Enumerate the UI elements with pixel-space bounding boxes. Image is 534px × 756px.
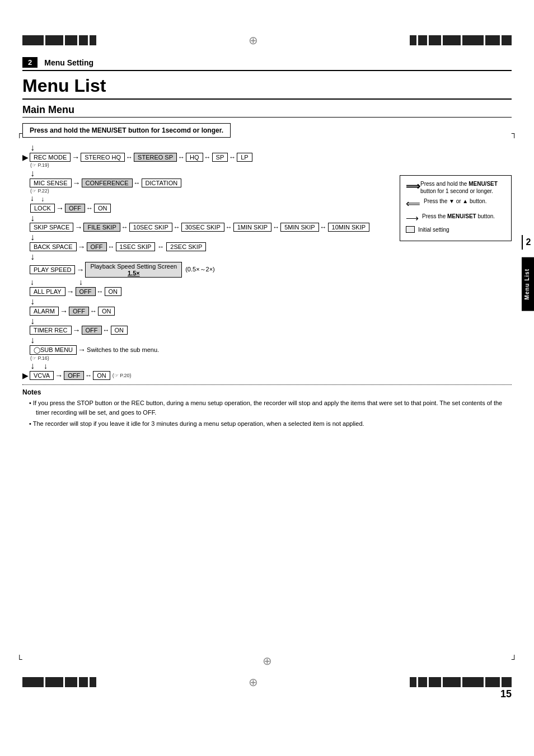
back-space-box: BACK SPACE <box>30 242 77 251</box>
note-text-1: If you press the STOP button or the REC … <box>33 400 502 416</box>
bottom-strip: ⊕ <box>22 675 512 689</box>
row-timer-rec: ▶ TIMER REC → OFF ↔ ON <box>22 326 391 335</box>
10sec-skip-box: 10SEC SKIP <box>129 223 172 232</box>
down1: ↓ <box>30 168 391 179</box>
corner-mark-tl: ┌ <box>17 129 22 138</box>
vcva-on-box: ON <box>93 371 110 380</box>
block3 <box>65 35 77 45</box>
down5b: ↓ <box>79 278 83 287</box>
legend-text-2: Press the ▼ or ▲ button. <box>424 198 487 205</box>
sub-title: Main Menu <box>22 104 512 118</box>
hq-box: HQ <box>186 153 203 162</box>
skip-dbl4: ↔ <box>273 223 279 231</box>
skip-dbl2: ↔ <box>174 223 180 231</box>
back-dbl1: ↔ <box>108 243 115 251</box>
row-mic-sense: ▶ MIC SENSE → CONFERENCE ↔ DICTATION <box>22 179 391 187</box>
1sec-skip-box: 1SEC SKIP <box>116 242 156 251</box>
bottom-crosshair: ⊕ <box>263 654 272 668</box>
legend-arrow-2: ⟸ <box>406 198 420 210</box>
note-item-2: • The recorder will stop if you leave it… <box>29 419 512 429</box>
down8: ↓ <box>30 335 391 345</box>
play-speed-arrow1: → <box>76 265 84 274</box>
stereo-hq-box: STEREO HQ <box>81 153 125 162</box>
sub-menu-ref-row: (☞ P.16) <box>30 355 391 361</box>
note-item-1: • If you press the STOP button or the RE… <box>29 398 512 417</box>
legend-text-1: Press and hold the MENU/SET button for 1… <box>420 180 505 195</box>
block4 <box>79 35 88 45</box>
block7 <box>418 35 427 45</box>
legend-box: ⟹ Press and hold the MENU/SET button for… <box>400 175 512 241</box>
row-skip-space: ▶ SKIP SPACE → FILE SKIP ↔ 10SEC SKIP ↔ … <box>22 223 391 232</box>
mic-sense-box: MIC SENSE <box>30 179 72 187</box>
sub-menu-desc: Switches to the sub menu. <box>87 346 159 353</box>
block5 <box>90 35 96 45</box>
header-strip: ⊕ <box>22 34 512 47</box>
timer-dbl1: ↔ <box>103 326 110 334</box>
legend-arrow-1: ⟹ <box>406 180 417 192</box>
timer-on-box: ON <box>111 326 128 335</box>
corner-mark-br: ┘ <box>512 655 517 664</box>
sub-menu-arrow1: → <box>78 345 86 354</box>
down9: ↓ <box>30 361 35 371</box>
instruction-box: Press and hold the MENU/SET button for 1… <box>22 123 231 138</box>
down6: ↓ <box>30 297 391 307</box>
row-back-space: ▶ BACK SPACE → OFF ↔ 1SEC SKIP ↔ 2SEC SK… <box>22 242 391 251</box>
2sec-skip-box: 2SEC SKIP <box>166 242 206 251</box>
block6 <box>410 35 416 45</box>
rec-mode-dbl4: ↔ <box>229 153 236 161</box>
down7: ↓ <box>30 316 391 326</box>
down2: ↓ <box>30 194 34 203</box>
section-number: 2 <box>22 57 38 68</box>
block10 <box>462 35 484 45</box>
vcva-dbl1: ↔ <box>85 372 92 379</box>
block2 <box>45 35 63 45</box>
note-text-2: The recorder will stop if you leave it i… <box>33 420 364 427</box>
notes-title: Notes <box>22 388 512 396</box>
play-speed-box: PLAY SPEED <box>30 265 75 274</box>
back-space-arrow1: → <box>78 242 86 251</box>
legend-arrow-3: ⟶ <box>406 213 419 223</box>
block9 <box>443 35 461 45</box>
rec-mode-dbl2: ↔ <box>178 153 185 161</box>
row-play-speed: ▶ PLAY SPEED → Playback Speed Setting Sc… <box>22 262 391 278</box>
legend-item-3: ⟶ Press the MENU/SET button. <box>406 213 505 223</box>
rec-mode-dbl1: ↔ <box>126 153 133 161</box>
skip-dbl1: ↔ <box>121 223 128 231</box>
legend-text-4: Initial setting <box>418 226 449 233</box>
mic-sense-ref-row: (☞ P.22) <box>30 188 391 194</box>
row-all-play: ▶ ALL PLAY → OFF ↔ ON <box>22 287 391 296</box>
row-alarm: ▶ ALARM → OFF ↔ ON <box>22 307 391 316</box>
side-tab: Menu List <box>522 257 534 311</box>
lock-on-box: ON <box>94 204 111 213</box>
tab-label: Menu List <box>524 269 530 300</box>
back-off-box: OFF <box>87 242 107 251</box>
section-title: Menu Setting <box>44 58 93 67</box>
block11 <box>485 35 500 45</box>
alarm-box: ALARM <box>30 307 59 316</box>
down3: ↓ <box>30 213 391 223</box>
rec-mode-ref: (☞ P.19) <box>30 162 49 168</box>
lock-arrow1: → <box>56 204 64 213</box>
5min-skip-box: 5MIN SKIP <box>280 223 318 232</box>
mic-sense-arrow1: → <box>73 179 81 187</box>
down2-block: ↓ ↓ <box>30 194 391 203</box>
timer-rec-box: TIMER REC <box>30 326 72 335</box>
block12 <box>502 35 512 45</box>
flow-diagram: ▶ REC MODE → STEREO HQ ↔ STEREO SP ↔ HQ … <box>22 153 512 380</box>
down9-block: ↓ ↓ <box>30 361 391 371</box>
legend-square <box>406 226 415 233</box>
timer-rec-arrow1: → <box>73 326 81 335</box>
rec-mode-dbl3: ↔ <box>204 153 211 161</box>
1min-skip-box: 1MIN SKIP <box>233 223 271 232</box>
legend-item-2: ⟸ Press the ▼ or ▲ button. <box>406 198 505 210</box>
rec-mode-ref-row: (☞ P.19) <box>30 162 391 168</box>
corner-mark-tr: ┐ <box>512 129 517 138</box>
skip-space-box: SKIP SPACE <box>30 223 73 232</box>
down4: ↓ <box>30 232 391 242</box>
sub-menu-box: ◯SUB MENU <box>30 345 77 355</box>
down5: ↓ <box>30 252 391 262</box>
30sec-skip-box: 30SEC SKIP <box>181 223 224 232</box>
playback-speed-value: 1.5× <box>90 270 177 276</box>
row-rec-mode: ▶ REC MODE → STEREO HQ ↔ STEREO SP ↔ HQ … <box>22 153 391 162</box>
bottom-crosshair-center: ⊕ <box>96 675 410 689</box>
